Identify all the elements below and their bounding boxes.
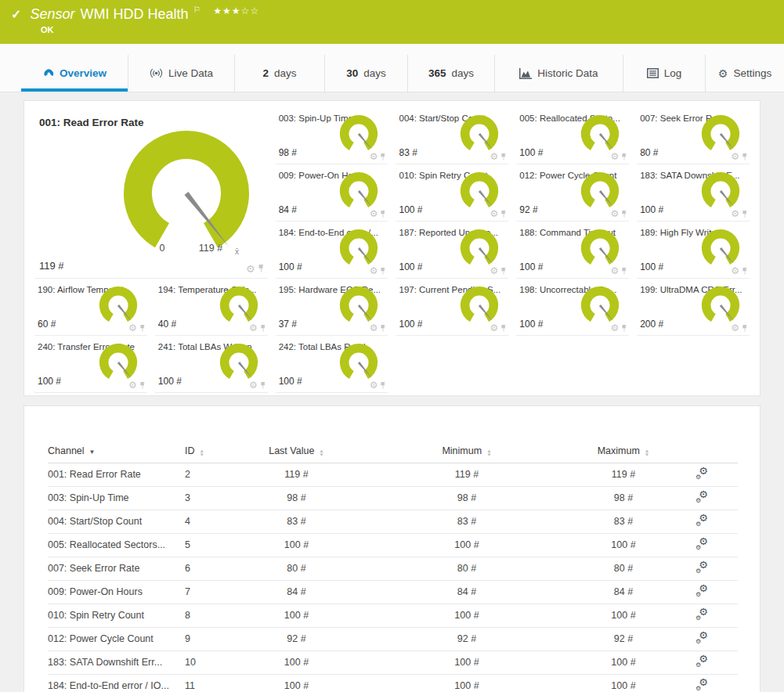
pin-icon[interactable] (258, 264, 265, 273)
gear-icon[interactable]: ⚙ (610, 210, 619, 218)
pin-icon[interactable] (380, 324, 386, 333)
id-cell: 4 (185, 510, 236, 533)
table-row[interactable]: 183: SATA Downshift Err... 10 100 # 100 … (48, 651, 738, 674)
channel-settings-icon[interactable]: ⚙⚙ (695, 467, 708, 479)
table-row[interactable]: 184: End-to-End error / IO... 11 100 # 1… (48, 674, 738, 692)
gauge-value: 100 # (519, 261, 543, 272)
pin-icon[interactable] (621, 324, 627, 333)
gear-icon[interactable]: ⚙ (610, 324, 619, 333)
gear-icon[interactable]: ⚙ (370, 153, 378, 161)
channel-settings-icon[interactable]: ⚙⚙ (695, 561, 708, 573)
column-header-maximum[interactable]: Maximum▲▼ (565, 439, 682, 463)
tab-365-days[interactable]: 365days (407, 55, 494, 92)
pin-icon[interactable] (621, 210, 627, 218)
channel-settings-icon[interactable]: ⚙⚙ (695, 491, 708, 503)
pin-icon[interactable] (500, 153, 507, 161)
pin-icon[interactable] (260, 324, 266, 333)
column-header-channel[interactable]: Channel▼ (48, 439, 185, 463)
channel-settings-icon[interactable]: ⚙⚙ (695, 608, 708, 620)
gear-icon[interactable]: ⚙ (370, 324, 378, 333)
tab-historic-data[interactable]: Historic Data (494, 55, 623, 92)
gear-icon[interactable]: ⚙ (370, 267, 378, 276)
channel-settings-icon[interactable]: ⚙⚙ (695, 538, 708, 550)
table-row[interactable]: 010: Spin Retry Count 8 100 # 100 # 100 … (48, 604, 738, 627)
channel-settings-icon[interactable]: ⚙⚙ (695, 679, 708, 690)
channel-gauge: 197: Current Pending S... 100 # ⚙ (396, 279, 508, 336)
channel-settings-icon[interactable]: ⚙⚙ (695, 514, 708, 526)
channel-name-cell[interactable]: 007: Seek Error Rate (48, 557, 185, 580)
pin-icon[interactable] (380, 267, 386, 276)
tab-live-data[interactable]: Live Data (128, 55, 234, 92)
pin-icon[interactable] (139, 381, 146, 390)
channel-name-cell[interactable]: 004: Start/Stop Count (48, 510, 185, 533)
gear-icon[interactable]: ⚙ (731, 267, 739, 276)
tab-overview[interactable]: Overview (21, 55, 128, 92)
gear-icon[interactable]: ⚙ (249, 324, 258, 333)
channel-name-cell[interactable]: 005: Reallocated Sectors... (48, 533, 185, 557)
pin-icon[interactable] (500, 267, 507, 276)
gauge-value: 92 # (519, 204, 537, 215)
channels-table-panel: Channel▼ ID▲▼ Last Value▲▼ Minimum▲▼ Max… (23, 405, 761, 692)
tab-30-days[interactable]: 30days (324, 55, 407, 92)
pin-icon[interactable] (621, 267, 627, 276)
channel-name-cell[interactable]: 184: End-to-End error / IO... (48, 674, 185, 692)
gear-icon[interactable]: ⚙ (370, 381, 378, 390)
channel-name-cell[interactable]: 010: Spin Retry Count (48, 604, 185, 627)
tab-settings[interactable]: ⚙Settings (705, 55, 784, 92)
channel-settings-icon[interactable]: ⚙⚙ (695, 655, 708, 667)
gear-icon[interactable]: ⚙ (731, 324, 739, 333)
column-header-minimum[interactable]: Minimum▲▼ (408, 439, 526, 463)
channel-name-cell[interactable]: 012: Power Cycle Count (48, 627, 185, 651)
channel-name-cell[interactable]: 183: SATA Downshift Err... (48, 651, 185, 674)
gear-icon[interactable]: ⚙ (490, 324, 499, 333)
column-header-last-value[interactable]: Last Value▲▼ (236, 439, 357, 463)
gear-icon[interactable]: ⚙ (249, 381, 258, 390)
gear-icon[interactable]: ⚙ (490, 267, 499, 276)
gear-icon[interactable]: ⚙ (128, 381, 137, 390)
pin-icon[interactable] (380, 153, 386, 161)
gear-icon[interactable]: ⚙ (370, 210, 378, 218)
flag-icon[interactable]: ⚐ (193, 5, 201, 15)
pin-icon[interactable] (500, 324, 507, 333)
priority-stars[interactable]: ★★★☆☆ (213, 5, 259, 16)
gear-icon[interactable]: ⚙ (610, 267, 619, 276)
pin-icon[interactable] (260, 381, 266, 390)
table-row[interactable]: 005: Reallocated Sectors... 5 100 # 100 … (48, 533, 738, 557)
pin-icon[interactable] (500, 210, 507, 218)
sort-icon: ▲▼ (200, 449, 204, 456)
channel-name-cell[interactable]: 009: Power-On Hours (48, 580, 185, 604)
gear-icon[interactable]: ⚙ (731, 153, 739, 161)
table-row[interactable]: 012: Power Cycle Count 9 92 # 92 # 92 # … (48, 627, 738, 651)
table-row[interactable]: 001: Read Error Rate 2 119 # 119 # 119 #… (48, 463, 738, 486)
table-row[interactable]: 007: Seek Error Rate 6 80 # 80 # 80 # ⚙⚙ (48, 557, 738, 580)
channel-name-cell[interactable]: 001: Read Error Rate (48, 463, 185, 486)
pin-icon[interactable] (742, 210, 748, 218)
channel-gauge: 012: Power Cycle Count 92 # ⚙ (516, 164, 629, 222)
column-header-id[interactable]: ID▲▼ (185, 439, 236, 463)
table-row[interactable]: 009: Power-On Hours 7 84 # 84 # 84 # ⚙⚙ (48, 580, 738, 604)
gear-icon[interactable]: ⚙ (490, 210, 499, 218)
tab-2-days[interactable]: 2days (234, 55, 324, 92)
channel-settings-icon[interactable]: ⚙⚙ (695, 585, 708, 596)
channel-settings-icon[interactable]: ⚙⚙ (695, 632, 708, 643)
gear-icon[interactable]: ⚙ (490, 153, 499, 161)
gauge-dial (218, 343, 260, 385)
pin-icon[interactable] (380, 381, 386, 390)
gear-icon[interactable]: ⚙ (731, 210, 739, 218)
tab-log[interactable]: Log (623, 55, 705, 92)
channel-name-cell[interactable]: 003: Spin-Up Time (48, 486, 185, 510)
table-row[interactable]: 003: Spin-Up Time 3 98 # 98 # 98 # ⚙⚙ (48, 486, 738, 510)
pin-icon[interactable] (742, 267, 748, 276)
pin-icon[interactable] (139, 324, 146, 333)
gear-icon[interactable]: ⚙ (246, 265, 255, 273)
pin-icon[interactable] (742, 153, 748, 161)
gear-icon[interactable]: ⚙ (128, 324, 137, 333)
channel-gauge: 241: Total LBAs Written 100 # ⚙ (155, 336, 268, 393)
tab-label: Settings (733, 67, 771, 79)
gauge-value: 83 # (399, 147, 417, 158)
pin-icon[interactable] (621, 153, 627, 161)
pin-icon[interactable] (380, 210, 386, 218)
pin-icon[interactable] (742, 324, 748, 333)
gear-icon[interactable]: ⚙ (610, 153, 619, 161)
table-row[interactable]: 004: Start/Stop Count 4 83 # 83 # 83 # ⚙… (48, 510, 738, 533)
